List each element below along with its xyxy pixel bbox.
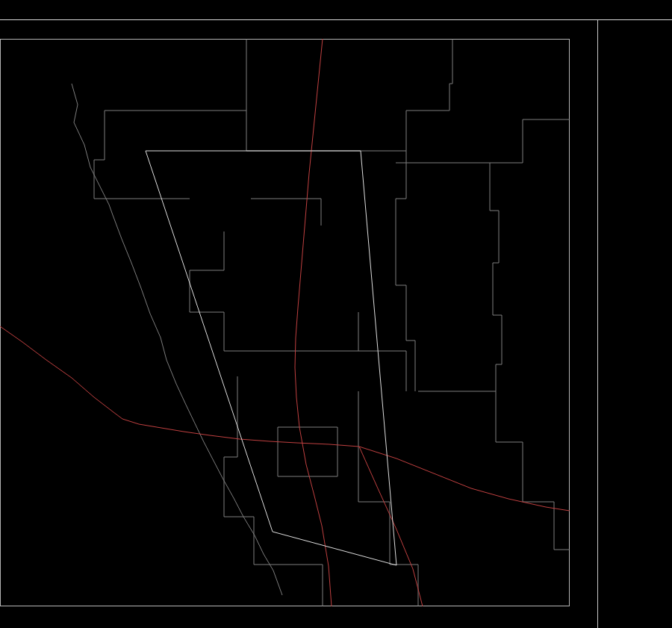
boundary-line (72, 84, 282, 595)
boundary-line (358, 351, 406, 391)
window-title (0, 0, 672, 20)
boundary-line (251, 199, 321, 226)
boundary-line (105, 39, 246, 111)
boundary-line (396, 231, 415, 391)
boundary-line (523, 119, 570, 163)
boundary-line (190, 231, 224, 351)
highway-line (295, 39, 332, 606)
highway-line (359, 447, 423, 606)
boundary-line (406, 39, 452, 151)
boundary-line (358, 391, 418, 606)
map-frame (1, 40, 570, 606)
boundary-line (496, 391, 570, 550)
highway-lines (0, 39, 570, 606)
panel-divider (597, 20, 598, 628)
radar-application-window (0, 0, 672, 628)
forecast-sector-outline (146, 151, 396, 565)
highway-line (0, 326, 570, 511)
radar-map-canvas (0, 39, 570, 606)
boundary-line (246, 111, 406, 231)
radar-map-viewport[interactable] (0, 39, 570, 606)
boundary-line (224, 376, 323, 606)
boundary-line (490, 163, 502, 391)
